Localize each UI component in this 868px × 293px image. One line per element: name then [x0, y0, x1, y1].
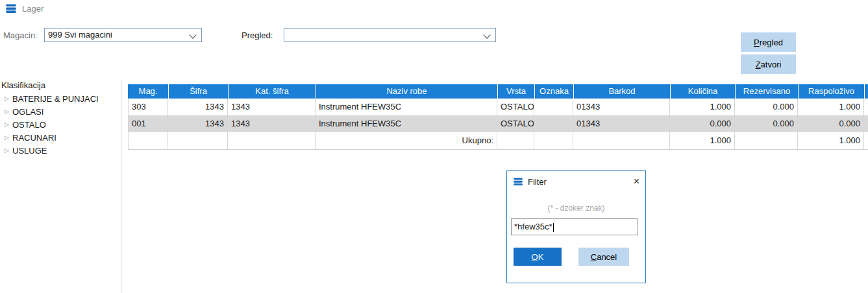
summary-label: Ukupno: — [316, 132, 497, 149]
tree-item-usluge[interactable]: ▷ USLUGE — [1, 144, 119, 157]
chevron-down-icon — [189, 31, 196, 38]
col-header-kat-sifra[interactable]: Kat. šifra — [228, 84, 316, 99]
pregled-select[interactable] — [284, 28, 496, 42]
cell-sifra: 1343 — [168, 99, 228, 115]
table-header-row: Mag. Šifra Kat. šifra Naziv robe Vrsta O… — [128, 84, 868, 99]
close-icon[interactable]: × — [634, 176, 639, 187]
magacin-select[interactable]: 999 Svi magacini — [44, 28, 202, 42]
classification-title: Klasifikacija — [1, 79, 119, 92]
panel-divider — [121, 79, 121, 293]
pregled-button[interactable]: Pregled — [741, 32, 796, 52]
table-row[interactable]: 303 1343 1343 Instrument HFEW35C OSTALO … — [128, 99, 868, 115]
cell-raspolozivo: 0.000 — [798, 115, 864, 132]
cancel-button[interactable]: Cancel — [578, 248, 629, 266]
cell-vrsta: OSTALO — [497, 115, 534, 132]
expander-icon[interactable]: ▷ — [5, 95, 12, 102]
cell-oznaka — [534, 115, 573, 132]
cell-barkod: 01343 — [573, 99, 670, 115]
chevron-down-icon — [483, 31, 490, 38]
expander-icon[interactable]: ▷ — [5, 147, 12, 154]
cell-sifra: 1343 — [168, 115, 228, 132]
cell-kat-sifra: 1343 — [228, 99, 316, 115]
app-title: Lager — [22, 4, 43, 14]
classification-panel: Klasifikacija ▷ BATERIJE & PUNJACI ▷ OGL… — [1, 79, 119, 157]
window-titlebar: Lager — [5, 4, 43, 14]
tree-item-label: OGLASI — [12, 107, 43, 117]
col-header-barkod[interactable]: Barkod — [573, 84, 670, 99]
cell-empty — [534, 132, 573, 149]
zatvori-button[interactable]: Zatvori — [741, 54, 796, 74]
tree-item-oglasi[interactable]: ▷ OGLASI — [1, 105, 119, 118]
tree-item-label: RACUNARI — [12, 133, 56, 143]
cell-vrsta: OSTALO — [497, 99, 534, 115]
filter-input-value: *hfew35c* — [514, 222, 552, 231]
cell-mag: 303 — [128, 99, 168, 115]
expander-icon[interactable]: ▷ — [5, 108, 12, 115]
ok-button[interactable]: OK — [514, 248, 562, 266]
col-header-raspolozivo[interactable]: Raspoloživo — [798, 84, 864, 99]
magacin-selected-value: 999 Svi magacini — [48, 29, 112, 41]
filter-dialog-title: Filter — [528, 177, 547, 187]
cell-barkod: 01343 — [573, 115, 670, 132]
pregled-label: Pregled: — [242, 30, 273, 40]
tree-item-label: OSTALO — [12, 120, 46, 130]
cell-rezervisano: 0.000 — [735, 99, 798, 115]
cell-rezervisano: 0.000 — [735, 115, 798, 132]
tree-item-label: BATERIJE & PUNJACI — [12, 94, 99, 104]
cell-oznaka — [534, 99, 573, 115]
cell-empty — [497, 132, 534, 149]
col-header-naziv-robe[interactable]: Naziv robe — [316, 84, 497, 99]
col-header-sifra[interactable]: Šifra — [168, 84, 228, 99]
cell-naziv: Instrument HFEW35C — [316, 99, 497, 115]
text-caret — [553, 223, 554, 232]
cell-kat-sifra: 1343 — [228, 115, 316, 132]
summary-kolicina: 1.000 — [670, 132, 735, 149]
cell-sliver — [864, 115, 868, 132]
col-header-rezervisano[interactable]: Rezervisano — [735, 84, 798, 99]
tree-item-ostalo[interactable]: ▷ OSTALO — [1, 118, 119, 131]
cell-naziv: Instrument HFEW35C — [316, 115, 497, 132]
col-header-vrsta[interactable]: Vrsta — [497, 84, 534, 99]
col-header-sliver — [864, 84, 868, 99]
table-summary-row: Ukupno: 1.000 1.000 — [128, 132, 868, 150]
magacin-label: Magacin: — [3, 30, 38, 40]
cell-raspolozivo: 1.000 — [798, 99, 864, 115]
table-row[interactable]: 001 1343 1343 Instrument HFEW35C OSTALO … — [128, 115, 868, 132]
cell-empty — [168, 132, 228, 149]
cell-kolicina: 0.000 — [670, 115, 735, 132]
expander-icon[interactable]: ▷ — [5, 121, 12, 128]
summary-rezervisano — [735, 132, 798, 149]
summary-raspolozivo: 1.000 — [798, 132, 864, 149]
cell-kolicina: 1.000 — [670, 99, 735, 115]
stock-table: Mag. Šifra Kat. šifra Naziv robe Vrsta O… — [128, 84, 868, 150]
cell-mag: 001 — [128, 115, 168, 132]
cell-empty — [228, 132, 316, 149]
filter-input[interactable]: *hfew35c* — [511, 218, 638, 235]
col-header-oznaka[interactable]: Oznaka — [534, 84, 573, 99]
filter-dialog-icon — [513, 178, 523, 186]
col-header-kolicina[interactable]: Količina — [670, 84, 735, 99]
col-header-mag[interactable]: Mag. — [128, 84, 168, 99]
tree-item-baterije[interactable]: ▷ BATERIJE & PUNJACI — [1, 92, 119, 105]
cell-empty — [128, 132, 168, 149]
filter-dialog-titlebar[interactable]: Filter × — [507, 171, 645, 192]
filter-dialog: Filter × (* - dzoker znak) *hfew35c* OK … — [506, 170, 646, 283]
wildcard-hint: (* - dzoker znak) — [507, 204, 645, 213]
cell-sliver — [864, 132, 868, 149]
tree-item-label: USLUGE — [12, 146, 47, 156]
cell-sliver — [864, 99, 868, 115]
expander-icon[interactable]: ▷ — [5, 134, 12, 141]
app-logo-icon — [5, 4, 17, 14]
cell-empty — [573, 132, 670, 149]
tree-item-racunari[interactable]: ▷ RACUNARI — [1, 131, 119, 144]
lager-window: Lager Magacin: 999 Svi magacini Pregled:… — [0, 0, 868, 293]
